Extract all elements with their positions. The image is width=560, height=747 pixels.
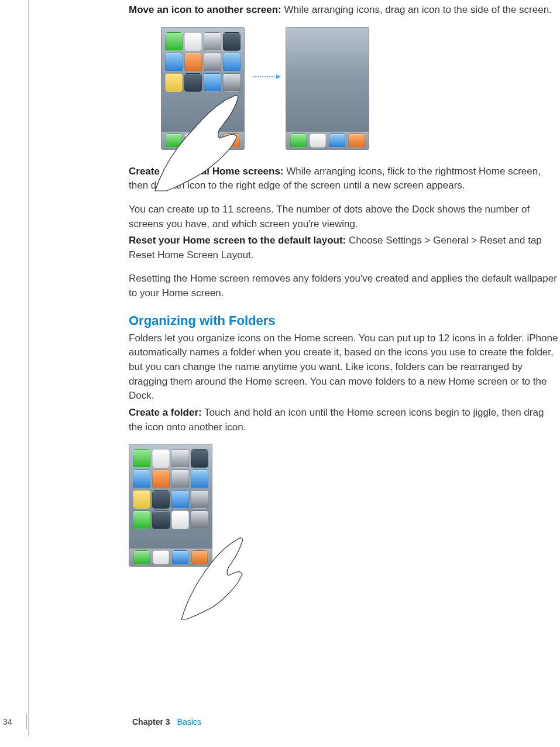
app-icon: [171, 470, 189, 488]
app-icon: [184, 32, 202, 51]
dock: [129, 549, 212, 566]
chapter-label: Chapter 3: [132, 716, 170, 728]
app-icon: [152, 470, 170, 488]
app-icon: [171, 490, 189, 509]
dock-icon: [191, 550, 208, 564]
dock-icon: [172, 550, 188, 564]
illustration-drag-between-screens: [161, 27, 560, 150]
app-icon: [191, 490, 208, 509]
instruction-create-home-screens: Create additional Home screens: While ar…: [129, 165, 560, 193]
dock-icon: [153, 550, 169, 564]
app-icon: [165, 73, 183, 92]
iphone-home-screen-left: [161, 27, 245, 150]
instruction-bold-label: Create a folder:: [129, 407, 202, 418]
app-icon: [223, 53, 241, 71]
app-icon: [204, 73, 221, 92]
dock-icon: [348, 133, 365, 148]
dock-icon: [185, 133, 201, 148]
heading-organizing-folders: Organizing with Folders: [129, 311, 560, 330]
page-number: 34: [0, 716, 23, 728]
app-icon: [191, 449, 208, 468]
app-icon: [152, 510, 170, 529]
instruction-create-folder: Create a folder: Touch and hold an icon …: [129, 406, 560, 434]
instruction-bold-label: Create additional Home screens:: [129, 166, 284, 177]
footer-divider: [26, 714, 27, 729]
app-icon: [171, 510, 189, 529]
margin-rule: [28, 0, 29, 736]
app-icon: [133, 449, 150, 468]
paragraph-screen-count: You can create up to 11 screens. The num…: [129, 203, 560, 231]
dock-icon: [329, 133, 345, 148]
app-icon: [204, 32, 221, 51]
dock-icon: [166, 133, 182, 148]
app-icon: [184, 53, 202, 71]
app-icon: [165, 32, 183, 51]
app-icon: [152, 449, 170, 468]
dock-icon: [204, 133, 221, 148]
phone-folder-wrapper: [129, 444, 212, 567]
dock-icon: [224, 133, 240, 148]
app-icon: [191, 470, 208, 488]
app-icon: [133, 490, 150, 509]
page-footer: 34 Chapter 3 Basics: [0, 714, 560, 729]
app-icon: [223, 73, 241, 92]
instruction-text: While arranging icons, drag an icon to t…: [281, 4, 552, 15]
dock-icon: [290, 133, 307, 148]
dock-icon: [133, 550, 150, 564]
app-icon: [223, 32, 241, 51]
paragraph-reset-note: Resetting the Home screen removes any fo…: [129, 272, 560, 300]
app-icon: [204, 53, 221, 71]
phone-left-wrapper: [161, 27, 245, 150]
app-icon: [152, 490, 170, 509]
illustration-create-folder: [129, 444, 560, 571]
iphone-home-screen-right: [286, 27, 369, 150]
instruction-bold-label: Move an icon to another screen:: [129, 4, 281, 15]
drag-arrow: [253, 76, 277, 77]
app-icon: [191, 510, 208, 529]
iphone-home-screen-folder: [129, 444, 212, 567]
dock-icon: [310, 133, 326, 148]
app-icon: [133, 470, 150, 488]
app-icon: [133, 510, 150, 529]
app-icon: [171, 449, 189, 468]
app-icon: [184, 73, 202, 92]
chapter-name: Basics: [177, 716, 201, 728]
app-icon: [165, 53, 183, 71]
paragraph-folders-intro: Folders let you organize icons on the Ho…: [129, 331, 560, 403]
instruction-bold-label: Reset your Home screen to the default la…: [129, 235, 346, 246]
page-content: Move an icon to another screen: While ar…: [129, 3, 560, 571]
dock: [286, 132, 369, 149]
instruction-reset-home: Reset your Home screen to the default la…: [129, 234, 560, 262]
dock: [162, 132, 244, 149]
instruction-move-icon: Move an icon to another screen: While ar…: [129, 3, 560, 18]
